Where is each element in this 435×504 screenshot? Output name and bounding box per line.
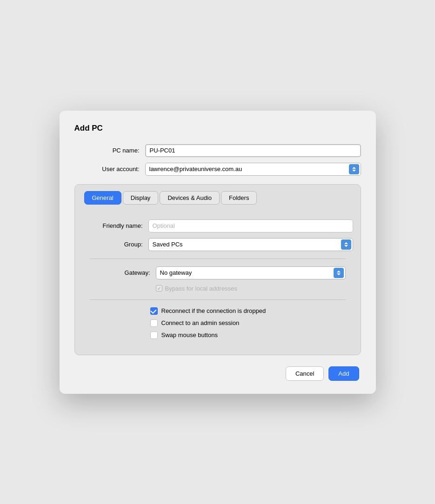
divider-2 (90, 299, 346, 300)
user-account-row: User account: lawrence@privateuniverse.c… (74, 163, 361, 176)
gateway-select[interactable]: No gateway (156, 266, 346, 279)
reconnect-row: Reconnect if the connection is dropped (150, 307, 346, 315)
pc-name-row: PC name: (74, 144, 361, 157)
bypass-checkbox[interactable] (156, 285, 162, 292)
tabs-bar: General Display Devices & Audio Folders (75, 185, 361, 210)
bypass-row: Bypass for local addresses (156, 285, 346, 292)
reconnect-checkbox[interactable] (150, 307, 158, 315)
gateway-section: Gateway: No gateway Bypass for lo (82, 266, 353, 292)
group-select-wrapper: Saved PCs (148, 238, 353, 251)
reconnect-label: Reconnect if the connection is dropped (161, 307, 266, 314)
pc-name-input[interactable] (145, 144, 361, 157)
friendly-name-input[interactable] (148, 219, 353, 232)
gateway-label: Gateway: (90, 269, 150, 276)
swap-mouse-label: Swap mouse buttons (161, 332, 218, 338)
friendly-name-label: Friendly name: (82, 222, 143, 229)
tab-general[interactable]: General (84, 191, 121, 205)
group-select[interactable]: Saved PCs (148, 238, 353, 251)
group-row: Group: Saved PCs (82, 238, 353, 251)
pc-name-label: PC name: (74, 147, 140, 154)
user-account-label: User account: (74, 166, 140, 172)
cancel-button[interactable]: Cancel (286, 366, 324, 381)
tab-folders[interactable]: Folders (221, 191, 257, 205)
friendly-name-row: Friendly name: (82, 219, 353, 232)
general-tab-content: Friendly name: Group: Saved PCs (75, 210, 361, 339)
tabs-panel: General Display Devices & Audio Folders … (74, 184, 361, 355)
admin-session-label: Connect to an admin session (161, 319, 240, 326)
swap-mouse-row: Swap mouse buttons (150, 332, 346, 339)
user-account-select-wrapper: lawrence@privateuniverse.com.au (145, 163, 361, 176)
gateway-row: Gateway: No gateway (90, 266, 346, 279)
checkboxes-section: Reconnect if the connection is dropped C… (82, 307, 353, 339)
dialog-title: Add PC (74, 124, 361, 133)
add-button[interactable]: Add (328, 366, 359, 381)
button-row: Cancel Add (74, 366, 361, 381)
gateway-select-wrapper: No gateway (156, 266, 346, 279)
divider-1 (90, 259, 346, 259)
tab-display[interactable]: Display (123, 191, 159, 205)
swap-mouse-checkbox[interactable] (150, 332, 158, 339)
admin-session-checkbox[interactable] (150, 319, 158, 327)
group-label: Group: (82, 241, 143, 248)
user-account-select[interactable]: lawrence@privateuniverse.com.au (145, 163, 361, 176)
bypass-label: Bypass for local addresses (165, 285, 237, 292)
add-pc-dialog: Add PC PC name: User account: lawrence@p… (60, 111, 376, 394)
tab-devices-audio[interactable]: Devices & Audio (160, 191, 220, 205)
admin-session-row: Connect to an admin session (150, 319, 346, 327)
